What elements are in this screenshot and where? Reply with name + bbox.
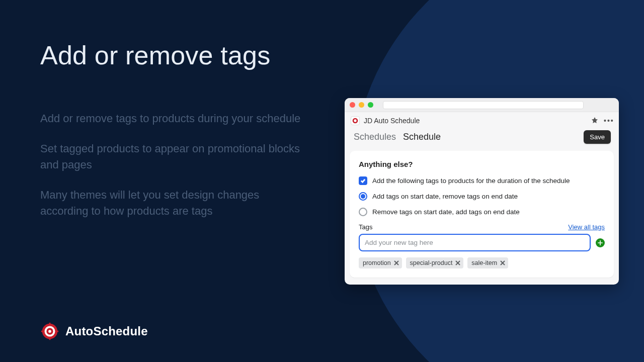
checkbox-label: Add the following tags to products for t… — [372, 177, 570, 185]
remove-tag-icon[interactable] — [455, 260, 460, 265]
save-button[interactable]: Save — [584, 130, 611, 144]
window-titlebar — [345, 98, 619, 112]
window-close-icon[interactable] — [350, 102, 355, 108]
logo-text: AutoSchedule — [65, 324, 148, 338]
radio-row[interactable]: Remove tags on start date, add tags on e… — [359, 208, 605, 216]
remove-tag-icon[interactable] — [500, 260, 505, 265]
svg-point-3 — [48, 330, 51, 333]
remove-tag-icon[interactable] — [394, 260, 399, 265]
app-window: JD Auto Schedule ••• Schedules Schedule … — [345, 98, 619, 285]
slide-body: Add or remove tags to products during yo… — [40, 111, 302, 233]
app-title: JD Auto Schedule — [364, 117, 591, 125]
svg-point-9 — [354, 119, 356, 122]
checkbox-checked-icon[interactable] — [359, 176, 367, 185]
tag-chip: promotion — [359, 257, 402, 268]
slide-headline: Add or remove tags — [40, 40, 270, 70]
tag-chip-label: special-product — [410, 259, 453, 266]
tag-chip-label: promotion — [363, 259, 391, 266]
window-minimize-icon[interactable] — [359, 102, 364, 108]
tag-chip: special-product — [406, 257, 464, 268]
slide-paragraph: Add or remove tags to products during yo… — [40, 111, 302, 127]
url-bar[interactable] — [383, 101, 584, 109]
checkbox-row[interactable]: Add the following tags to products for t… — [359, 176, 605, 185]
radio-label: Add tags on start date, remove tags on e… — [372, 193, 518, 200]
tag-chip-row: promotion special-product sale-item — [359, 257, 605, 268]
product-logo: AutoSchedule — [40, 322, 148, 341]
radio-label: Remove tags on start date, add tags on e… — [372, 208, 520, 216]
slide-paragraph: Many themes will let you set design chan… — [40, 187, 302, 219]
pin-icon[interactable] — [591, 117, 599, 125]
card-title: Anything else? — [359, 160, 605, 168]
target-icon — [40, 322, 59, 341]
add-tag-button[interactable] — [596, 238, 605, 247]
view-all-tags-link[interactable]: View all tags — [568, 223, 605, 231]
breadcrumb-parent[interactable]: Schedules — [354, 132, 396, 142]
slide-paragraph: Set tagged products to appear on promoti… — [40, 141, 302, 173]
more-icon[interactable]: ••• — [604, 117, 612, 125]
radio-unselected-icon[interactable] — [359, 208, 367, 216]
breadcrumb-current: Schedule — [403, 132, 441, 142]
window-zoom-icon[interactable] — [368, 102, 373, 108]
tag-input[interactable] — [359, 234, 591, 251]
app-header: JD Auto Schedule ••• — [345, 112, 619, 128]
tags-label-row: Tags View all tags — [359, 223, 605, 231]
radio-row[interactable]: Add tags on start date, remove tags on e… — [359, 192, 605, 201]
radio-selected-icon[interactable] — [359, 192, 367, 201]
tag-chip-label: sale-item — [471, 259, 497, 266]
tags-label: Tags — [359, 223, 372, 231]
settings-card: Anything else? Add the following tags to… — [350, 151, 614, 278]
tag-chip: sale-item — [467, 257, 508, 268]
app-icon — [351, 116, 360, 125]
tag-input-row — [359, 234, 605, 251]
breadcrumb-row: Schedules Schedule Save — [345, 128, 619, 151]
